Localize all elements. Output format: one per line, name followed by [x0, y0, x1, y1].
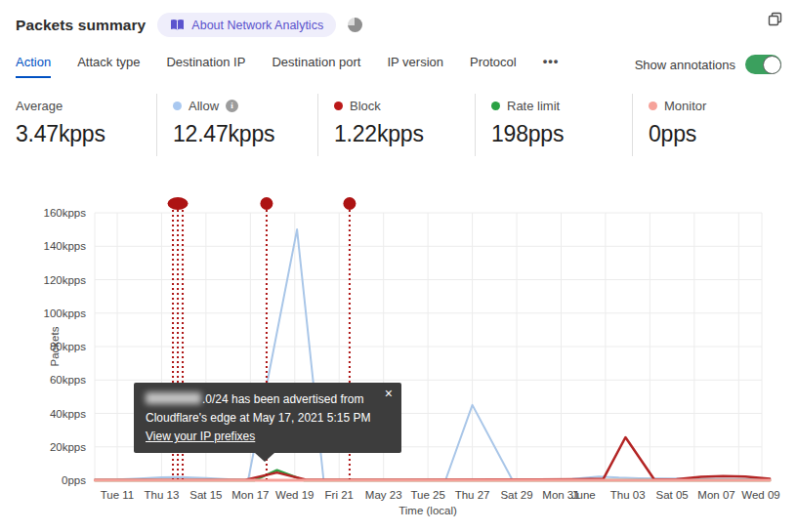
stat-value: 1.22kpps	[334, 121, 475, 147]
monitor-dot-icon	[649, 102, 657, 110]
svg-text:Tue 25: Tue 25	[410, 489, 444, 501]
svg-text:Wed 19: Wed 19	[275, 489, 314, 501]
stat-block: Block 1.22kpps	[317, 94, 475, 156]
view-ip-prefixes-link[interactable]: View your IP prefixes	[146, 430, 255, 443]
annotation-dot[interactable]	[168, 197, 189, 210]
chart-axis-labels: 0pps20kpps40kpps60kpps80kpps100kpps120kp…	[44, 207, 780, 516]
svg-text:140kpps: 140kpps	[44, 240, 87, 252]
show-annotations-label: Show annotations	[635, 58, 735, 72]
y-axis-title: Packets	[49, 326, 61, 366]
stat-label: Allow	[189, 99, 219, 113]
stat-label: Rate limit	[507, 99, 560, 113]
svg-text:60kpps: 60kpps	[50, 374, 86, 386]
tab-protocol[interactable]: Protocol	[470, 55, 517, 78]
allow-dot-icon	[173, 102, 182, 110]
more-tabs-button[interactable]: •••	[543, 54, 560, 79]
copy-icon[interactable]	[768, 12, 782, 26]
tab-destination-ip[interactable]: Destination IP	[166, 55, 245, 78]
stat-allow: Allow i 12.47kpps	[156, 94, 317, 156]
stat-label: Monitor	[664, 99, 706, 113]
svg-text:0pps: 0pps	[62, 474, 86, 486]
show-annotations-toggle[interactable]	[745, 55, 781, 74]
badge-label: About Network Analytics	[191, 19, 323, 32]
svg-text:Thu 13: Thu 13	[145, 489, 180, 501]
svg-text:Mon 17: Mon 17	[231, 489, 269, 501]
svg-text:100kpps: 100kpps	[44, 307, 87, 319]
svg-text:Thu 03: Thu 03	[610, 489, 646, 501]
svg-text:Fri 21: Fri 21	[325, 489, 354, 501]
stat-rate-limit: Rate limit 198pps	[475, 94, 632, 156]
svg-text:160kpps: 160kpps	[44, 207, 87, 219]
info-icon[interactable]: i	[226, 100, 238, 112]
annotation-tooltip: × .0/24 has been advertised from Cloudfl…	[134, 383, 401, 453]
svg-text:Sat 29: Sat 29	[500, 489, 532, 501]
tab-bar: Action Attack type Destination IP Destin…	[0, 54, 797, 79]
svg-text:Sat 05: Sat 05	[655, 489, 688, 501]
tooltip-text: Cloudflare's edge at May 17, 2021 5:15 P…	[146, 409, 378, 428]
annotation-dot[interactable]	[343, 197, 356, 210]
toggle-knob	[763, 56, 781, 74]
redacted-ip-prefix	[146, 392, 201, 404]
svg-text:May 23: May 23	[365, 489, 402, 501]
svg-text:120kpps: 120kpps	[44, 274, 87, 286]
tab-action[interactable]: Action	[16, 55, 51, 78]
stat-value: 198pps	[491, 121, 632, 147]
tooltip-text: .0/24 has been advertised from	[202, 392, 363, 406]
summary-stats: Average 3.47kpps Allow i 12.47kpps Block…	[0, 94, 796, 156]
stat-value: 12.47kpps	[173, 121, 317, 147]
tab-destination-port[interactable]: Destination port	[272, 55, 360, 78]
svg-text:Thu 27: Thu 27	[455, 489, 490, 501]
header: Packets summary About Network Analytics	[0, 0, 797, 37]
book-icon	[170, 19, 185, 31]
stat-monitor: Monitor 0pps	[632, 94, 796, 156]
svg-text:Wed 09: Wed 09	[741, 489, 779, 501]
close-icon[interactable]: ×	[385, 387, 393, 400]
x-axis-title: Time (local)	[398, 505, 457, 516]
tab-ip-version[interactable]: IP version	[387, 55, 443, 78]
stat-average: Average 3.47kpps	[0, 94, 156, 156]
annotation-dot[interactable]	[260, 197, 273, 210]
tab-attack-type[interactable]: Attack type	[77, 55, 140, 78]
stat-value: 0pps	[649, 121, 796, 147]
svg-text:Mon 07: Mon 07	[697, 489, 734, 501]
stat-value: 3.47kpps	[16, 121, 156, 147]
stat-label: Average	[16, 99, 63, 113]
rate-limit-dot-icon	[491, 102, 500, 110]
page-title: Packets summary	[16, 17, 146, 34]
about-network-analytics-badge[interactable]: About Network Analytics	[157, 13, 336, 37]
stat-label: Block	[350, 99, 381, 113]
packets-chart: 0pps20kpps40kpps60kpps80kpps100kpps120kp…	[0, 181, 797, 532]
svg-text:Tue 11: Tue 11	[101, 489, 135, 501]
svg-text:40kpps: 40kpps	[50, 408, 86, 420]
block-dot-icon	[334, 102, 343, 110]
svg-text:June: June	[571, 489, 596, 501]
svg-text:20kpps: 20kpps	[50, 441, 86, 453]
svg-text:Sat 15: Sat 15	[189, 489, 222, 501]
pie-icon[interactable]	[348, 18, 362, 32]
